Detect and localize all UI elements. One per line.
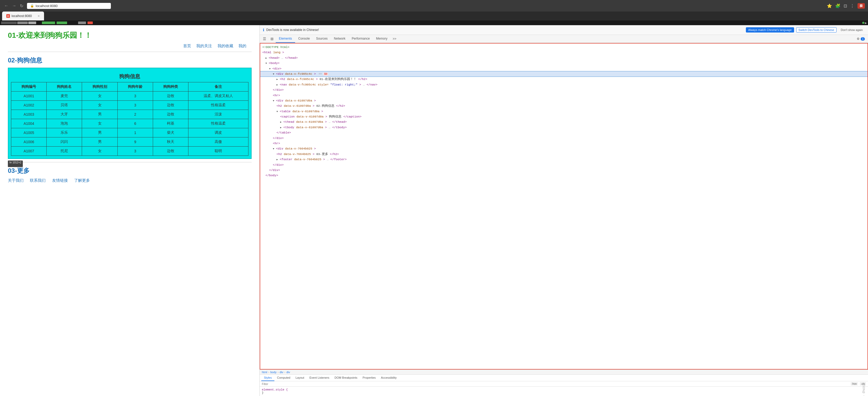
table-cell: 调皮 [188,128,248,137]
tab-console[interactable]: Console [295,35,313,43]
switch-to-chinese-button[interactable]: Switch DevTools to Chinese [796,27,837,32]
breadcrumb-html[interactable]: html [262,371,267,374]
devtools-inspect-icon[interactable]: ⊞ [268,35,276,43]
address-bar[interactable]: 🔒 localhost:8080 [27,3,111,9]
table-cell: 托尼 [46,147,82,156]
breadcrumb-div2[interactable]: div [286,371,290,374]
nav-link-home[interactable]: 首页 [183,44,191,48]
footer-link-friends[interactable]: 友情链接 [52,178,68,182]
dom-html: <html lang > [260,50,867,55]
table-cell: A1002 [11,101,46,110]
perf-segment-red [88,22,93,24]
forward-button[interactable]: → [11,3,17,9]
styles-tab-computed[interactable]: Computed [274,375,293,381]
nav-links: 首页 我的关注 我的收藏 我的 [8,44,252,49]
browser-chrome: ← → ↻ 🔒 localhost:8080 ⭐ 🧩 ⊡ ⋮ 极 [0,0,868,11]
extensions-icon[interactable]: 🧩 [835,3,840,8]
table-row: A1007托尼女3边牧聪明 [11,147,248,156]
table-cell: 麦兜 [46,91,82,101]
perf-segment-4 [78,22,86,24]
tab-network[interactable]: Network [331,35,348,43]
refresh-button[interactable]: ↻ [19,3,24,9]
footer-link-about[interactable]: 关于我们 [8,178,24,182]
styles-tab-accessibility[interactable]: Accessibility [378,375,399,381]
table-cell: 1 [117,128,153,137]
table-cell: 高傲 [188,137,248,147]
nav-link-favorites[interactable]: 我的收藏 [218,44,233,48]
perf-segment-2 [17,22,28,24]
table-cell: A1007 [11,147,46,156]
table-row: A1004泡泡女6柯基性格温柔 [11,119,248,128]
dom-div-outer-close: </div> [260,168,867,173]
footer-link-contact[interactable]: 联系我们 [30,178,45,182]
table-cell: 女 [82,101,117,110]
dom-h2-doginfo: <h2 data-v-61097d0a > 02-狗狗信息 </h2> [260,103,867,109]
profile-icon[interactable]: ⊡ [844,3,847,8]
back-button[interactable]: ← [3,3,9,9]
dont-show-again-button[interactable]: Don't show again [839,28,865,32]
devtools-notification: ℹ DevTools is now available in Chinese! … [260,25,868,35]
hr-container: hr 1012×2 [8,162,252,162]
table-cell: 性格温柔 [188,119,248,128]
col-header-id: 狗狗编号 [11,82,46,91]
page-title-2: 02-狗狗信息 [8,56,252,64]
dom-div-7664-close: </div> [260,162,867,168]
info-icon: ℹ [263,28,264,32]
styles-tab-styles[interactable]: Styles [261,375,274,381]
tab-performance[interactable]: Performance [348,35,373,43]
styles-filter-input[interactable] [262,383,848,386]
filter-hov[interactable]: :hov [851,382,858,386]
tab-more[interactable]: >> [391,35,398,43]
table-cell: 男 [82,110,117,119]
dom-div-fc905c4c[interactable]: ▼ <div data-v-fc905c4c > == $0 [260,71,867,77]
match-language-button[interactable]: Always match Chrome's language [746,27,794,32]
toolbar-right: ⭐ 🧩 ⊡ ⋮ 极 [827,3,865,9]
active-tab[interactable]: 极 localhost:8080 ✕ [2,11,44,21]
table-cell: 女 [82,147,117,156]
table-cell: 边牧 [153,147,188,156]
breadcrumb-body[interactable]: body [270,371,277,374]
table-cell: A1004 [11,119,46,128]
tab-elements[interactable]: Elements [276,35,295,43]
menu-icon[interactable]: ⋮ [850,3,855,8]
dom-tree[interactable]: <!DOCTYPE html> <html lang > ▶ <head> … … [260,43,868,369]
breadcrumb-div1[interactable]: div [280,371,283,374]
table-cell: 闪闪 [46,137,82,147]
devtools-settings-icon[interactable]: ⚙ [857,37,860,41]
url-text: localhost:8080 [36,4,58,8]
nav-link-following[interactable]: 我的关注 [196,44,212,48]
tab-memory[interactable]: Memory [373,35,391,43]
col-header-breed: 狗狗种类 [153,82,188,91]
main-layout: 01-欢迎来到狗狗乐园！！ 首页 我的关注 我的收藏 我的 02-狗狗信息 狗狗… [0,25,868,396]
web-content: 01-欢迎来到狗狗乐园！！ 首页 我的关注 我的收藏 我的 02-狗狗信息 狗狗… [0,25,259,396]
styles-tab-layout[interactable]: Layout [293,375,307,381]
bookmark-icon[interactable]: ⭐ [827,3,832,8]
nav-link-mine[interactable]: 我的 [239,44,246,48]
perf-segment-3 [28,22,36,24]
table-cell: A1005 [11,128,46,137]
styles-tab-event-listeners[interactable]: Event Listeners [307,375,332,381]
table-cell: 男 [82,137,117,147]
dom-h2-title1: ▶ <h2 data-v-fc905c4c > 01-欢迎来到狗狗乐园！！ </… [260,77,867,82]
devtools-menu-icon[interactable]: ☰ [261,35,268,43]
table-row: A1005乐乐男1柴犬调皮 [11,128,248,137]
table-cell: 男 [82,128,117,137]
table-header: 狗狗编号 狗狗姓名 狗狗性别 狗狗年龄 狗狗种类 备注 [11,82,248,91]
styles-tab-properties[interactable]: Properties [360,375,378,381]
dom-nav: ▶ <nav data-v-fc905c4c style= "float: ri… [260,82,867,87]
tab-sources[interactable]: Sources [313,35,331,43]
footer-link-more[interactable]: 了解更多 [74,178,90,182]
dom-doctype: <!DOCTYPE html> [260,45,867,50]
table-cell: 3 [117,147,153,156]
tab-close-button[interactable]: ✕ [37,15,40,18]
dom-div-61097d0a-open: ▼ <div data-v-61097d0a > [260,98,867,103]
styles-tab-dom-breakpoints[interactable]: DOM Breakpoints [332,375,360,381]
table-cell: 性格温柔 [188,101,248,110]
col-header-age: 狗狗年龄 [117,82,153,91]
dog-table-container: 狗狗信息 狗狗编号 狗狗姓名 狗狗性别 狗狗年龄 狗狗种类 备注 A1001麦兜… [8,68,252,159]
col-header-gender: 狗狗性别 [82,82,117,91]
table-cell: 贝塔 [46,101,82,110]
dom-body-close: </body> [260,173,867,178]
table-cell: 6 [117,119,153,128]
dom-hr-1: <hr> [260,93,867,98]
